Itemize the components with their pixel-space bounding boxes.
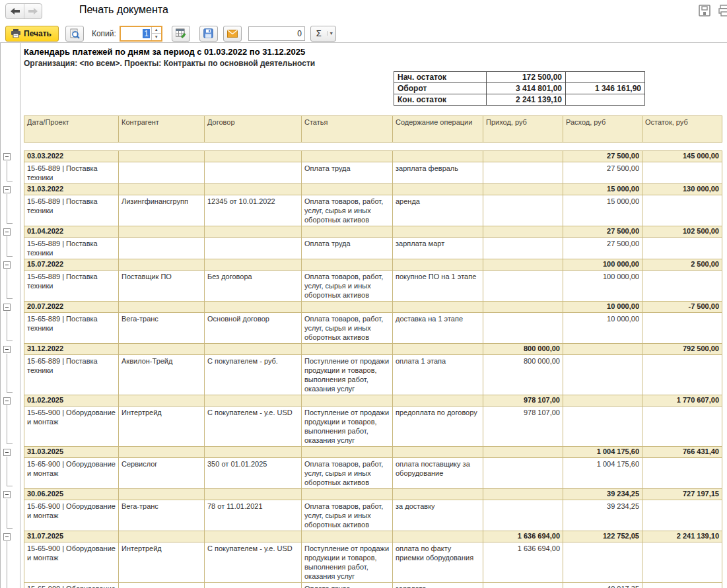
cell-contract[interactable] <box>205 395 302 407</box>
cell-project[interactable]: 15-65-889 | Поставка техники <box>24 313 119 344</box>
cell-contract[interactable] <box>205 151 302 162</box>
cell-balance[interactable] <box>642 313 722 344</box>
column-header-3[interactable]: Статья <box>302 116 393 143</box>
cell-article[interactable] <box>302 447 393 458</box>
group-row[interactable]: 31.03.20251 004 175,60766 431,40 <box>24 447 722 458</box>
counter-field[interactable] <box>248 26 305 41</box>
print-button[interactable]: Печать <box>5 26 59 42</box>
cell-article[interactable]: Оплата товаров, работ, услуг, сырья и ин… <box>302 500 393 531</box>
cell-description[interactable] <box>393 259 483 271</box>
send-email-button[interactable] <box>223 26 242 42</box>
cell-expense[interactable]: 27 500,00 <box>563 226 642 238</box>
cell-article[interactable]: Поступление от продажи продукции и товар… <box>302 355 393 395</box>
cell-contract[interactable] <box>205 259 302 271</box>
cell-contract[interactable] <box>205 162 302 184</box>
column-header-6[interactable]: Расход, руб <box>563 116 642 143</box>
cell-project[interactable]: 15-65-889 | Поставка техники <box>24 271 119 302</box>
collapse-group-button[interactable] <box>3 397 11 405</box>
cell-description[interactable] <box>393 344 483 355</box>
cell-expense[interactable]: 122 752,05 <box>563 531 642 542</box>
cell-income[interactable]: 1 636 694,00 <box>483 531 563 542</box>
cell-income[interactable] <box>483 302 563 313</box>
cell-description[interactable] <box>393 447 483 458</box>
cell-balance[interactable] <box>642 542 722 583</box>
cell-contractor[interactable] <box>119 151 205 162</box>
cell-description[interactable]: зарплата <box>393 583 483 588</box>
cell-expense[interactable]: 100 000,00 <box>563 271 642 302</box>
cell-contractor[interactable] <box>119 489 205 500</box>
cell-expense[interactable]: 100 000,00 <box>563 259 642 271</box>
cell-balance[interactable]: 145 000,00 <box>642 151 722 162</box>
group-row[interactable]: 01.02.2025978 107,001 770 607,00 <box>24 395 722 407</box>
cell-description[interactable]: доставка на 1 этапе <box>393 313 483 344</box>
cell-income[interactable] <box>483 500 563 531</box>
cell-article[interactable] <box>302 302 393 313</box>
chevron-down-icon[interactable]: ▼ <box>327 31 335 36</box>
cell-balance[interactable] <box>642 195 722 226</box>
cell-expense[interactable]: 15 000,00 <box>563 195 642 226</box>
cell-income[interactable] <box>483 583 563 588</box>
cell-description[interactable]: оплата 1 этапа <box>393 355 483 395</box>
detail-row[interactable]: 15-65-900 | Оборудование и монтажИнтертр… <box>24 407 722 447</box>
cell-article[interactable] <box>302 344 393 355</box>
cell-description[interactable]: предоплата по договору <box>393 407 483 447</box>
cell-contractor[interactable] <box>119 447 205 458</box>
cell-balance[interactable]: 2 500,00 <box>642 259 722 271</box>
cell-income[interactable] <box>483 447 563 458</box>
cell-expense[interactable]: 10 000,00 <box>563 313 642 344</box>
cell-income[interactable]: 978 107,00 <box>483 407 563 447</box>
cell-balance[interactable]: 727 197,15 <box>642 489 722 500</box>
cell-date[interactable]: 03.03.2022 <box>24 151 119 162</box>
detail-row[interactable]: 15-65-889 | Поставка техникиАквилон-Трей… <box>24 355 722 395</box>
cell-article[interactable]: Оплата товаров, работ, услуг, сырья и ин… <box>302 271 393 302</box>
printer-icon[interactable] <box>718 5 727 16</box>
cell-expense[interactable]: 39 234,25 <box>563 500 642 531</box>
cell-expense[interactable] <box>563 407 642 447</box>
cell-balance[interactable] <box>642 271 722 302</box>
cell-income[interactable] <box>483 238 563 259</box>
cell-project[interactable]: 15-65-900 | Оборудование и монтаж <box>24 458 119 489</box>
collapse-group-button[interactable] <box>3 304 11 311</box>
cell-income[interactable] <box>483 271 563 302</box>
cell-contractor[interactable] <box>119 583 205 588</box>
column-header-5[interactable]: Приход, руб <box>483 116 563 143</box>
cell-description[interactable] <box>393 151 483 162</box>
collapse-group-button[interactable] <box>3 186 11 193</box>
cell-date[interactable]: 30.06.2025 <box>24 489 119 500</box>
table-settings-button[interactable] <box>172 26 190 42</box>
cell-contract[interactable]: С покупателем - у.е. USD <box>205 407 302 447</box>
cell-description[interactable]: зарплата февраль <box>393 162 483 184</box>
cell-project[interactable]: 15-65-889 | Поставка техники <box>24 195 119 226</box>
cell-article[interactable] <box>302 531 393 542</box>
cell-contractor[interactable] <box>119 344 205 355</box>
cell-date[interactable]: 31.12.2022 <box>24 344 119 355</box>
column-header-4[interactable]: Содержание операции <box>393 116 483 143</box>
cell-date[interactable]: 01.02.2025 <box>24 395 119 407</box>
cell-contract[interactable]: Основной договор <box>205 313 302 344</box>
cell-income[interactable] <box>483 489 563 500</box>
cell-article[interactable]: Оплата труда <box>302 583 393 588</box>
cell-article[interactable] <box>302 184 393 195</box>
cell-contract[interactable] <box>205 583 302 588</box>
collapse-group-button[interactable] <box>3 261 11 269</box>
detail-row[interactable]: 15-65-900 | Оборудование и монтажИнтертр… <box>24 542 722 583</box>
collapse-group-button[interactable] <box>3 491 11 498</box>
collapse-group-button[interactable] <box>3 153 11 160</box>
cell-income[interactable] <box>483 162 563 184</box>
column-header-7[interactable]: Остаток, руб <box>642 116 722 143</box>
detail-row[interactable]: 15-65-889 | Поставка техникиЛизингфинанс… <box>24 195 722 226</box>
cell-expense[interactable] <box>563 542 642 583</box>
cell-contractor[interactable]: Аквилон-Трейд <box>119 355 205 395</box>
group-row[interactable]: 20.07.202210 000,00-7 500,00 <box>24 302 722 313</box>
cell-balance[interactable]: 2 241 139,10 <box>642 531 722 542</box>
cell-date[interactable]: 20.07.2022 <box>24 302 119 313</box>
cell-contract[interactable] <box>205 226 302 238</box>
cell-balance[interactable] <box>642 407 722 447</box>
cell-description[interactable]: оплата по факту приемки оборудования <box>393 542 483 583</box>
cell-article[interactable]: Поступление от продажи продукции и товар… <box>302 407 393 447</box>
cell-project[interactable]: 15-65-889 | Поставка техники <box>24 162 119 184</box>
cell-article[interactable]: Оплата товаров, работ, услуг, сырья и ин… <box>302 195 393 226</box>
cell-income[interactable] <box>483 259 563 271</box>
column-header-1[interactable]: Контрагент <box>119 116 205 143</box>
cell-contractor[interactable]: Интертрейд <box>119 407 205 447</box>
